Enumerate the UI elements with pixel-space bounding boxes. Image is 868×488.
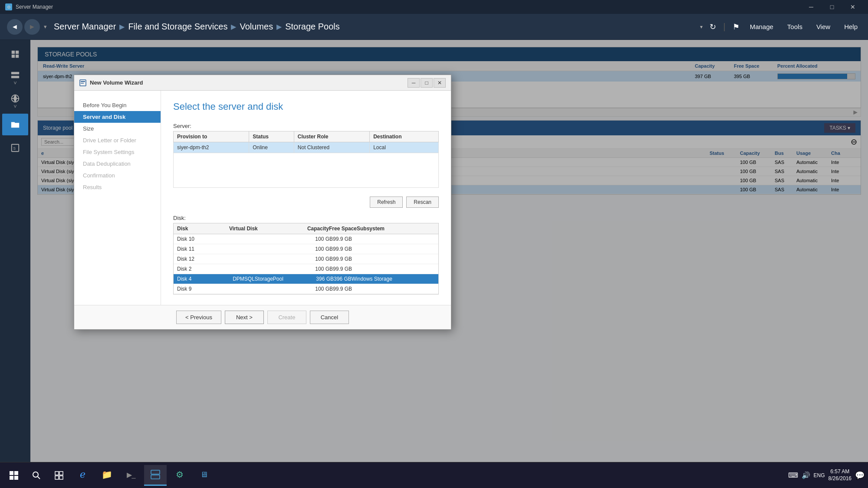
taskbar-cmd-app[interactable]: ▶_ (120, 465, 142, 486)
sidebar-item-all-servers[interactable]: V (2, 90, 28, 112)
svg-rect-5 (11, 76, 19, 79)
nav-dropdown-arrow[interactable]: ▾ (700, 24, 703, 30)
disk-row-5-selected[interactable]: Disk 4 DPMSQLStoragePool 396 GB 396 GB W… (174, 274, 438, 284)
cancel-button[interactable]: Cancel (310, 311, 349, 324)
close-button[interactable]: ✕ (843, 0, 863, 14)
disk-row-3[interactable]: Disk 12 100 GB 99.9 GB (174, 254, 438, 264)
wizard-nav-size[interactable]: Size (74, 123, 161, 134)
breadcrumb-file-storage[interactable]: File and Storage Services (128, 22, 227, 32)
breadcrumb-storage-pools[interactable]: Storage Pools (285, 22, 340, 32)
sidebar-item-iis[interactable]: S (2, 137, 28, 159)
svg-rect-19 (55, 472, 59, 475)
disk-col-capacity: Capacity (307, 226, 329, 232)
wizard-heading: Select the server and disk (173, 101, 439, 112)
refresh-button[interactable]: Refresh (370, 197, 403, 208)
server-row-1[interactable]: siyer-dpm-th2 Online Not Clustered Local (174, 142, 439, 153)
flag-icon[interactable]: ⚑ (733, 22, 740, 32)
wizard-maximize-btn[interactable]: □ (421, 78, 433, 88)
breadcrumb-volumes[interactable]: Volumes (240, 22, 273, 32)
notifications-icon[interactable]: 💬 (855, 471, 865, 480)
taskbar-app-6[interactable]: ⚙ (168, 465, 191, 486)
sidebar-item-local-server[interactable]: V (2, 67, 28, 88)
main-window: ⚙ Server Manager ─ □ ✕ ◄ ► ▾ Server Mana… (0, 0, 868, 462)
task-view-button[interactable] (49, 465, 69, 486)
create-button[interactable]: Create (267, 311, 306, 324)
disk-row-1-name: Disk 10 (177, 236, 232, 242)
disk-row-6[interactable]: Disk 9 100 GB 99.9 GB (174, 284, 438, 294)
wizard-title-bar: New Volume Wizard ─ □ ✕ (74, 75, 451, 91)
next-button[interactable]: Next > (225, 311, 264, 324)
back-button[interactable]: ◄ (7, 19, 23, 35)
disk-row-3-cap: 100 GB (315, 256, 333, 262)
disk-row-2-cap: 100 GB (315, 246, 333, 252)
taskbar-ie-app[interactable]: ℯ (71, 465, 94, 486)
wizard-title: New Volume Wizard (90, 79, 404, 86)
nav-arrows: ◄ ► ▾ (7, 19, 49, 35)
svg-point-17 (33, 472, 38, 477)
disk-section: Disk: Disk Virtual Disk Capacity Free Sp… (173, 215, 439, 295)
help-menu[interactable]: Help (841, 21, 861, 32)
modal-overlay: New Volume Wizard ─ □ ✕ Before You Begin… (30, 40, 868, 462)
language-indicator[interactable]: ENG (814, 472, 825, 478)
disk-row-2-free: 99.9 GB (333, 246, 352, 252)
forward-button[interactable]: ► (24, 19, 40, 35)
disk-row-5-cap: 396 GB (316, 276, 334, 282)
app-icon: ⚙ (5, 3, 12, 10)
separator: | (723, 22, 725, 32)
nav-dropdown[interactable]: ▾ (42, 19, 49, 35)
svg-rect-2 (12, 55, 15, 58)
disk-col-subsystem: Subsystem (357, 226, 435, 232)
taskbar-server-manager-app[interactable] (144, 465, 167, 486)
server-empty-row (174, 153, 439, 188)
sidebar-item-dashboard[interactable] (2, 43, 28, 65)
server-row-1-cluster: Not Clustered (294, 142, 369, 153)
rescan-button[interactable]: Rescan (406, 197, 439, 208)
svg-line-18 (38, 477, 40, 479)
wizard-close-btn[interactable]: ✕ (434, 78, 446, 88)
disk-row-1[interactable]: Disk 10 100 GB 99.9 GB (174, 234, 438, 244)
disk-row-4-name: Disk 2 (177, 266, 232, 272)
server-buttons: Refresh Rescan (173, 197, 439, 208)
tools-menu[interactable]: Tools (784, 21, 806, 32)
refresh-nav-button[interactable]: ↻ (710, 22, 716, 32)
previous-button[interactable]: < Previous (176, 311, 221, 324)
svg-rect-12 (81, 83, 84, 84)
wizard-dialog: New Volume Wizard ─ □ ✕ Before You Begin… (74, 75, 451, 330)
start-button[interactable] (3, 465, 24, 486)
server-row-1-provision: siyer-dpm-th2 (174, 142, 249, 153)
clock[interactable]: 6:57 AM 8/26/2016 (829, 468, 852, 482)
disk-row-5-name: Disk 4 (177, 276, 233, 282)
wizard-nav-before-you-begin[interactable]: Before You Begin (74, 99, 161, 111)
svg-rect-13 (10, 471, 13, 475)
server-col-dest: Destination (370, 131, 439, 142)
breadcrumb: Server Manager ▶ File and Storage Servic… (54, 22, 340, 32)
maximize-button[interactable]: □ (822, 0, 842, 14)
taskbar-app-7[interactable]: 🖥 (193, 465, 215, 486)
volume-icon[interactable]: 🔊 (802, 471, 810, 479)
disk-table-container[interactable]: Disk Virtual Disk Capacity Free Space Su… (173, 223, 439, 295)
server-col-provision: Provision to (174, 131, 249, 142)
nav-right-controls: ▾ ↻ | ⚑ Manage Tools View Help (700, 21, 861, 32)
svg-rect-0 (12, 51, 15, 54)
view-menu[interactable]: View (813, 21, 834, 32)
search-taskbar-button[interactable] (26, 465, 47, 486)
taskbar-explorer-app[interactable]: 📁 (95, 465, 118, 486)
wizard-body: Before You Begin Server and Disk Size Dr… (74, 91, 451, 305)
breadcrumb-server-manager[interactable]: Server Manager (54, 22, 116, 32)
wizard-nav: Before You Begin Server and Disk Size Dr… (74, 91, 161, 305)
wizard-nav-confirmation: Confirmation (74, 170, 161, 181)
manage-menu[interactable]: Manage (746, 21, 777, 32)
svg-rect-16 (14, 476, 18, 480)
disk-col-virtual: Virtual Disk (229, 226, 307, 232)
wizard-nav-server-disk[interactable]: Server and Disk (74, 111, 161, 123)
disk-col-disk: Disk (177, 226, 229, 232)
wizard-nav-file-system: File System Settings (74, 146, 161, 158)
svg-rect-14 (14, 471, 18, 475)
disk-row-2[interactable]: Disk 11 100 GB 99.9 GB (174, 244, 438, 254)
server-section: Server: Provision to Status Cluster Role… (173, 123, 439, 188)
disk-row-4[interactable]: Disk 2 100 GB 99.9 GB (174, 264, 438, 274)
wizard-icon (79, 79, 86, 86)
minimize-button[interactable]: ─ (801, 0, 821, 14)
sidebar-item-file-storage[interactable] (2, 114, 28, 135)
wizard-minimize-btn[interactable]: ─ (408, 78, 420, 88)
